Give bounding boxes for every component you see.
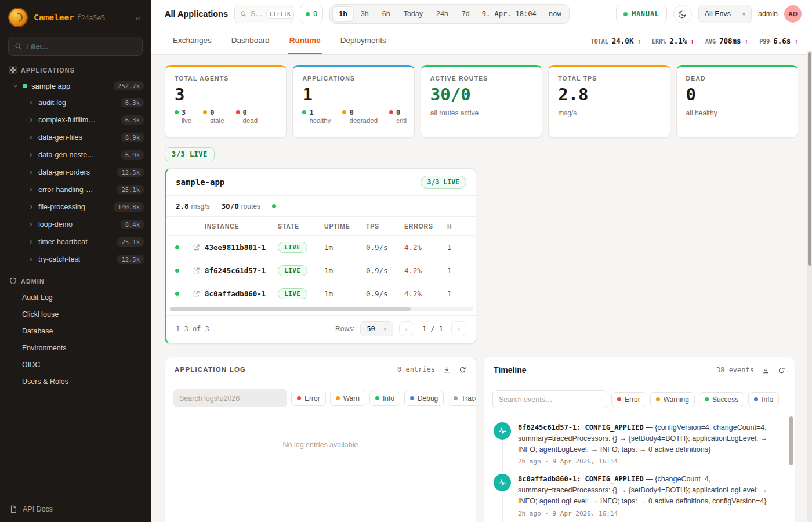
global-search[interactable]: S… Ctrl+K bbox=[234, 5, 293, 23]
timeline-filter-warning[interactable]: Warning bbox=[650, 392, 695, 407]
timeline-event: 8c0affadb860-1: CONFIG_APPLIED — {change… bbox=[494, 474, 782, 517]
range-button-6h[interactable]: 6h bbox=[376, 6, 397, 21]
sidebar-item-oidc[interactable]: OIDC bbox=[0, 356, 151, 373]
range-button-today[interactable]: Today bbox=[397, 6, 429, 21]
sidebar-item-users-roles[interactable]: Users & Roles bbox=[0, 373, 151, 390]
tab-runtime[interactable]: Runtime bbox=[288, 28, 322, 54]
tab-exchanges[interactable]: Exchanges bbox=[172, 28, 213, 54]
refresh-icon[interactable] bbox=[459, 366, 466, 374]
api-docs-link[interactable]: API Docs bbox=[0, 496, 151, 522]
environment-select[interactable]: All Envs ▾ bbox=[698, 5, 752, 23]
tab-deployments[interactable]: Deployments bbox=[339, 28, 387, 54]
sidebar-item-data-gen-files[interactable]: data-gen-files8.9k bbox=[0, 129, 151, 146]
timeline-scrollbar[interactable] bbox=[789, 414, 793, 522]
timeline-filter-success[interactable]: Success bbox=[699, 392, 744, 407]
page-indicator: 1 / 1 bbox=[420, 325, 445, 333]
tab-dashboard[interactable]: Dashboard bbox=[230, 28, 271, 54]
range-button-7d[interactable]: 7d bbox=[455, 6, 476, 21]
sidebar-collapse-button[interactable]: « bbox=[132, 12, 144, 24]
topbar: All Applications S… Ctrl+K O 1h 3h 6h To… bbox=[151, 0, 812, 28]
sidebar-item-try-catch-test[interactable]: try-catch-test12.5k bbox=[0, 251, 151, 268]
chevron-right-icon bbox=[28, 204, 34, 210]
tree-item-label: audit-log bbox=[38, 99, 66, 107]
instance-row[interactable]: 8c0affadb860-1 LIVE 1m 0.9/s 4.2% 1 bbox=[166, 282, 476, 305]
sidebar-item-file-processing[interactable]: file-processing140.8k bbox=[0, 198, 151, 216]
sidebar-item-sample-app[interactable]: sample app 252.7k bbox=[0, 78, 151, 94]
sidebar-item-audit-log-admin[interactable]: Audit Log bbox=[0, 289, 151, 306]
timeline-filter-info[interactable]: Info bbox=[748, 392, 779, 407]
sidebar-item-clickhouse[interactable]: ClickHouse bbox=[0, 306, 151, 322]
moon-icon bbox=[678, 10, 687, 19]
rows-per-page-select[interactable]: 50▾ bbox=[360, 321, 393, 336]
horizontal-scrollbar[interactable] bbox=[169, 307, 473, 311]
sidebar-item-loop-demo[interactable]: loop-demo8.4k bbox=[0, 216, 151, 233]
app-logo bbox=[8, 8, 28, 27]
next-page-button[interactable]: › bbox=[451, 321, 466, 336]
online-indicator[interactable]: O bbox=[300, 5, 323, 23]
chevron-right-icon bbox=[28, 256, 34, 262]
count-badge: 25.1k bbox=[117, 185, 144, 194]
log-filter-trace[interactable]: Trace bbox=[448, 391, 476, 406]
sidebar-item-data-gen-nested[interactable]: data-gen-neste…6.9k bbox=[0, 146, 151, 164]
pulse-icon bbox=[494, 474, 511, 491]
sidebar-filter-input[interactable] bbox=[26, 42, 136, 50]
column-instance: INSTANCE bbox=[205, 223, 278, 230]
external-link-icon[interactable] bbox=[193, 267, 200, 274]
log-empty-state: No log entries available bbox=[165, 414, 476, 449]
status-dot-green bbox=[624, 12, 628, 16]
breakdown-critical: 0criti bbox=[389, 108, 407, 124]
app-card-metrics: 2.8msg/s 30/0routes bbox=[166, 196, 476, 217]
download-icon[interactable] bbox=[443, 366, 451, 374]
status-dot bbox=[617, 397, 621, 401]
errors-value: 4.2% bbox=[404, 243, 447, 252]
kpi-strip: TOTAL24.0K↑ ERR%2.1%↑ AVG708ms↑ P996.6s↑ bbox=[591, 28, 798, 54]
timeline-scrollbar-thumb[interactable] bbox=[789, 416, 793, 465]
status-dot-green bbox=[23, 84, 27, 88]
chevron-right-icon bbox=[28, 100, 34, 106]
status-dot bbox=[203, 110, 207, 114]
uptime-value: 1m bbox=[324, 266, 366, 275]
range-button-3h[interactable]: 3h bbox=[354, 6, 375, 21]
range-button-24h[interactable]: 24h bbox=[430, 6, 455, 21]
log-filter-error[interactable]: Error bbox=[291, 391, 326, 406]
sidebar-item-data-gen-orders[interactable]: data-gen-orders12.5k bbox=[0, 164, 151, 181]
sidebar-item-audit-log[interactable]: audit-log6.3k bbox=[0, 94, 151, 111]
log-filter-info[interactable]: Info bbox=[369, 391, 400, 406]
download-icon[interactable] bbox=[762, 367, 770, 374]
instance-row[interactable]: 8f6245c61d57-1 LIVE 1m 0.9/s 4.2% 1 bbox=[166, 259, 476, 282]
manual-mode-button[interactable]: MANUAL bbox=[616, 5, 667, 23]
chevron-down-icon bbox=[13, 83, 19, 89]
window-scrollbar-thumb[interactable] bbox=[808, 52, 811, 266]
breakdown-stale: 0stale bbox=[203, 108, 224, 124]
window-scrollbar[interactable] bbox=[807, 51, 812, 522]
sidebar-item-timer-heartbeat[interactable]: timer-heartbeat25.1k bbox=[0, 233, 151, 251]
dark-mode-toggle[interactable] bbox=[673, 5, 692, 23]
external-link-icon[interactable] bbox=[193, 244, 200, 251]
pagination-range: 1-3 of 3 bbox=[176, 325, 209, 333]
log-search-input[interactable] bbox=[179, 394, 281, 403]
previous-page-button[interactable]: ‹ bbox=[399, 321, 414, 336]
time-range-picker: 1h 3h 6h Today 24h 7d 9. Apr. 18:04 — no… bbox=[329, 4, 569, 24]
timeline-search bbox=[492, 390, 607, 408]
log-filter-debug[interactable]: Debug bbox=[404, 391, 444, 406]
log-filter-warn[interactable]: Warn bbox=[330, 391, 365, 406]
refresh-icon[interactable] bbox=[778, 367, 785, 374]
chevron-right-icon bbox=[28, 169, 34, 175]
avatar[interactable]: AD bbox=[784, 5, 802, 23]
kpi-p99-latency: P996.6s↑ bbox=[759, 37, 798, 45]
timeline-search-input[interactable] bbox=[499, 396, 601, 404]
count-badge: 6.9k bbox=[121, 150, 144, 160]
timeline-filter-error[interactable]: Error bbox=[611, 392, 646, 407]
instance-row[interactable]: 43ee9811b801-1 LIVE 1m 0.9/s 4.2% 1 bbox=[166, 235, 476, 259]
tree-item-label: data-gen-orders bbox=[38, 168, 90, 176]
external-link-icon[interactable] bbox=[193, 290, 200, 298]
brand: Cameleerf24a5e5 bbox=[34, 13, 105, 22]
sidebar-item-error-handling[interactable]: error-handling-…25.1k bbox=[0, 181, 151, 198]
sidebar-item-database[interactable]: Database bbox=[0, 322, 151, 339]
sidebar-item-environments[interactable]: Environments bbox=[0, 339, 151, 356]
sidebar-item-complex-fulfillment[interactable]: complex-fulfillm…6.3k bbox=[0, 111, 151, 129]
horizontal-scrollbar-thumb[interactable] bbox=[170, 307, 411, 311]
username: admin bbox=[758, 10, 778, 18]
count-badge: 8.9k bbox=[121, 133, 144, 142]
range-button-1h[interactable]: 1h bbox=[332, 6, 354, 21]
